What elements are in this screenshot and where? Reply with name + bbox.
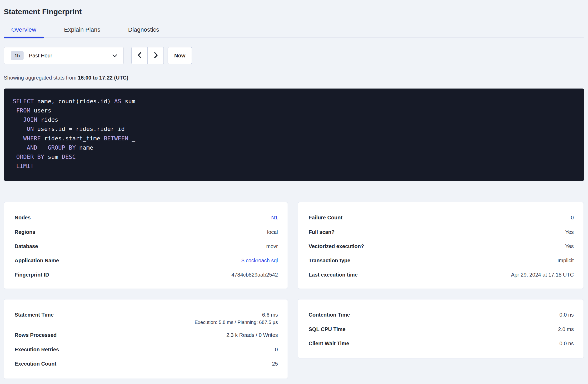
sql-keyword: FROM: [16, 107, 30, 114]
now-button[interactable]: Now: [168, 47, 192, 64]
stat-row: Fingerprint ID4784cb829aab2542: [15, 267, 278, 282]
page-title: Statement Fingerprint: [4, 0, 584, 17]
prev-interval-button[interactable]: [131, 47, 148, 64]
chevron-down-icon: [112, 54, 117, 57]
stat-value-group: 0.0 ns: [560, 308, 574, 322]
sql-text: _: [128, 135, 135, 142]
stat-cards-grid: NodesN1RegionslocalDatabasemovrApplicati…: [4, 202, 584, 379]
tab-explain-plans[interactable]: Explain Plans: [57, 23, 108, 37]
stat-label: Vectorized execution?: [309, 239, 364, 253]
sql-text: [13, 107, 16, 114]
execution-attributes-card: Failure Count0Full scan?YesVectorized ex…: [298, 202, 584, 289]
stat-value: 2.0 ms: [558, 322, 574, 336]
stat-row: Execution Retries0: [15, 342, 278, 356]
tab-diagnostics[interactable]: Diagnostics: [121, 23, 167, 37]
sql-text: [13, 163, 16, 170]
statement-times-card: Statement Time6.6 msExecution: 5.8 ms / …: [4, 299, 288, 379]
sql-keyword: ORDER BY: [16, 154, 44, 160]
stat-value-group: Apr 29, 2024 at 17:18 UTC: [511, 267, 574, 282]
stat-label: Failure Count: [309, 210, 343, 225]
stat-row: Regionslocal: [15, 225, 278, 239]
stats-line-range: 16:00 to 17:22 (UTC): [78, 75, 128, 81]
stat-value-group: Implicit: [557, 253, 574, 267]
tab-label: Explain Plans: [64, 26, 100, 33]
tab-bar: Overview Explain Plans Diagnostics: [4, 23, 584, 38]
stat-label: Statement Time: [15, 308, 54, 322]
stat-value-group: 2.3 k Reads / 0 Writes: [226, 328, 278, 342]
stat-row: Contention Time0.0 ns: [309, 308, 574, 322]
stat-label: Full scan?: [309, 225, 335, 239]
stat-label: Rows Processed: [15, 328, 57, 342]
stat-value: Yes: [565, 225, 574, 239]
next-interval-button[interactable]: [147, 47, 164, 64]
stat-value: Yes: [565, 239, 574, 253]
stat-label: SQL CPU Time: [309, 322, 346, 336]
stat-row: Full scan?Yes: [309, 225, 574, 239]
stat-row: Execution Count25: [15, 356, 278, 371]
sql-keyword: SELECT: [13, 98, 34, 105]
tab-label: Overview: [11, 26, 36, 33]
sql-text: name: [76, 144, 93, 151]
stat-row: SQL CPU Time2.0 ms: [309, 322, 574, 336]
sql-keyword: ON: [27, 126, 34, 132]
stat-value-group: movr: [266, 239, 278, 253]
stat-value: 0.0 ns: [560, 336, 574, 350]
tab-label: Diagnostics: [128, 26, 159, 33]
stat-label: Execution Retries: [15, 342, 59, 356]
sql-text: _: [37, 144, 48, 151]
sql-text: rides.start_time: [41, 135, 104, 142]
sql-text: [13, 135, 23, 142]
stat-label: Last execution time: [309, 267, 358, 282]
stat-row: Failure Count0: [309, 210, 574, 225]
sql-text: rides: [37, 116, 58, 123]
stat-value: 0.0 ns: [560, 308, 574, 322]
stat-value: 0: [275, 342, 278, 356]
statement-details-card: NodesN1RegionslocalDatabasemovrApplicati…: [4, 202, 288, 289]
stat-value-group: 25: [272, 356, 278, 371]
stat-label: Nodes: [15, 210, 31, 225]
time-range-picker[interactable]: 1h Past Hour: [4, 47, 124, 64]
interval-badge: 1h: [11, 51, 23, 60]
stat-label: Database: [15, 239, 38, 253]
stat-value: Apr 29, 2024 at 17:18 UTC: [511, 267, 574, 282]
stat-value: 0: [571, 210, 574, 225]
sql-text: _: [34, 163, 41, 170]
stat-value: movr: [266, 239, 278, 253]
sql-text: users: [30, 107, 51, 114]
sql-keyword: BETWEEN: [104, 135, 128, 142]
sql-keyword: DESC: [62, 154, 76, 160]
stat-row: Statement Time6.6 msExecution: 5.8 ms / …: [15, 308, 278, 328]
sql-text: [13, 116, 23, 123]
sql-keyword: AND: [27, 144, 37, 151]
sql-text: [13, 154, 16, 160]
stat-label: Client Wait Time: [309, 336, 349, 350]
stat-value-link[interactable]: $ cockroach sql: [241, 253, 278, 267]
time-range-label: Past Hour: [29, 52, 52, 58]
stat-value: 4784cb829aab2542: [231, 267, 278, 282]
stat-row: Rows Processed2.3 k Reads / 0 Writes: [15, 328, 278, 342]
stat-value-link[interactable]: N1: [271, 210, 278, 225]
stat-row: Transaction typeImplicit: [309, 253, 574, 267]
wait-times-card: Contention Time0.0 nsSQL CPU Time2.0 msC…: [298, 299, 584, 358]
stat-value-group: Yes: [565, 225, 574, 239]
stat-value: 2.3 k Reads / 0 Writes: [226, 328, 278, 342]
stat-row: Vectorized execution?Yes: [309, 239, 574, 253]
stat-value-group: 0: [275, 342, 278, 356]
sql-keyword: WHERE: [23, 135, 41, 142]
tab-overview[interactable]: Overview: [4, 23, 44, 37]
interval-arrows: [131, 47, 164, 64]
sql-text: [13, 144, 27, 151]
statement-fingerprint-page: Statement Fingerprint Overview Explain P…: [0, 0, 588, 384]
stat-subvalue: Execution: 5.8 ms / Planning: 687.5 µs: [195, 319, 278, 328]
stat-row: Application Name$ cockroach sql: [15, 253, 278, 267]
sql-keyword: JOIN: [23, 116, 37, 123]
chevron-right-icon: [153, 52, 158, 60]
stat-value-group: 6.6 msExecution: 5.8 ms / Planning: 687.…: [195, 308, 278, 328]
stat-row: Last execution timeApr 29, 2024 at 17:18…: [309, 267, 574, 282]
stat-value: Implicit: [557, 253, 574, 267]
stat-value-group: local: [267, 225, 278, 239]
stat-value-group: 0.0 ns: [560, 336, 574, 350]
sql-text: sum: [44, 154, 62, 160]
sql-text: name, count(rides.id): [34, 98, 114, 105]
aggregated-stats-line: Showing aggregated stats from 16:00 to 1…: [4, 74, 584, 81]
